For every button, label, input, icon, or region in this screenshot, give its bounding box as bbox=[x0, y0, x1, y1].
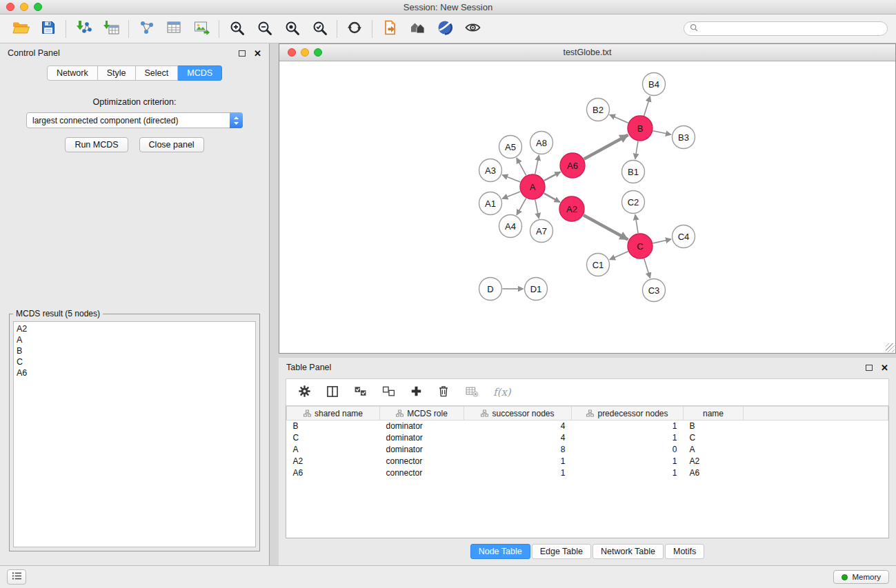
select-all-button[interactable] bbox=[353, 385, 368, 401]
trash-icon bbox=[437, 384, 450, 401]
close-panel-button[interactable]: Close panel bbox=[139, 137, 204, 152]
close-network-button[interactable] bbox=[288, 48, 296, 57]
network-canvas[interactable]: B4B2BB3A5A8A6B1A3AC2A1A2A4A7CC4C1C3DD1 bbox=[279, 61, 895, 353]
zoom-fit-button[interactable] bbox=[278, 17, 306, 41]
close-panel-button[interactable]: ✕ bbox=[254, 49, 261, 58]
memory-label: Memory bbox=[852, 573, 881, 581]
tab-network[interactable]: Network bbox=[47, 65, 98, 81]
close-table-panel-button[interactable]: ✕ bbox=[881, 363, 888, 372]
edge-A2-C[interactable] bbox=[584, 215, 628, 239]
column-header-name[interactable]: name bbox=[684, 407, 744, 420]
minimize-network-button[interactable] bbox=[301, 48, 309, 57]
application-window: Session: New Session bbox=[0, 0, 896, 588]
edge-A-A7[interactable] bbox=[535, 200, 539, 219]
mcds-result-item[interactable]: B bbox=[17, 345, 252, 356]
edge-C-C3[interactable] bbox=[644, 258, 650, 278]
home-icon bbox=[409, 19, 426, 38]
save-session-button[interactable] bbox=[34, 17, 62, 41]
close-window-button[interactable] bbox=[6, 3, 14, 11]
deselect-all-button[interactable] bbox=[381, 385, 396, 401]
zoom-network-button[interactable] bbox=[314, 48, 322, 57]
open-session-button[interactable] bbox=[7, 17, 34, 41]
table-row[interactable]: Bdominator41B bbox=[287, 420, 888, 432]
edge-A-A8[interactable] bbox=[535, 155, 539, 174]
tab-style[interactable]: Style bbox=[98, 65, 136, 81]
zoom-selected-button[interactable] bbox=[306, 17, 333, 41]
search-field[interactable] bbox=[684, 21, 888, 36]
import-table-icon bbox=[102, 19, 120, 38]
node-label-B4: B4 bbox=[648, 79, 659, 90]
zoom-window-button[interactable] bbox=[34, 3, 42, 11]
tab-mcds[interactable]: MCDS bbox=[178, 65, 222, 81]
diffusion-button[interactable] bbox=[431, 17, 459, 41]
edge-B-B4[interactable] bbox=[644, 97, 650, 116]
import-table-button[interactable] bbox=[97, 17, 125, 41]
minimize-window-button[interactable] bbox=[20, 3, 28, 11]
table-row[interactable]: Cdominator41C bbox=[287, 432, 888, 444]
cell-name: A6 bbox=[684, 467, 744, 479]
edge-A-A3[interactable] bbox=[502, 175, 520, 182]
home-button[interactable] bbox=[404, 17, 431, 41]
column-header-shared-name[interactable]: shared name bbox=[287, 407, 380, 420]
mcds-result-item[interactable]: A bbox=[17, 334, 252, 345]
float-panel-button[interactable] bbox=[239, 50, 246, 57]
export-image-button[interactable] bbox=[188, 17, 215, 41]
table-settings-button[interactable] bbox=[297, 384, 312, 401]
column-header-successor-nodes[interactable]: successor nodes bbox=[464, 407, 572, 420]
edge-A6-B[interactable] bbox=[584, 135, 628, 159]
mcds-result-item[interactable]: A2 bbox=[17, 323, 252, 334]
float-table-panel-button[interactable] bbox=[866, 365, 873, 371]
column-header-mcds-role[interactable]: MCDS role bbox=[380, 407, 464, 420]
edge-A-A5[interactable] bbox=[517, 158, 526, 175]
node-label-B3: B3 bbox=[678, 132, 689, 143]
new-table-button[interactable] bbox=[160, 17, 188, 41]
titlebar: Session: New Session bbox=[0, 0, 896, 14]
zoom-out-button[interactable] bbox=[250, 17, 278, 41]
column-header-predecessor-nodes[interactable]: predecessor nodes bbox=[572, 407, 684, 420]
tab-select[interactable]: Select bbox=[136, 65, 179, 81]
edge-C-C2[interactable] bbox=[635, 214, 638, 233]
delete-row-button[interactable] bbox=[437, 384, 450, 401]
table-row[interactable]: Adominator80A bbox=[287, 444, 888, 456]
node-table[interactable]: shared nameMCDS rolesuccessor nodesprede… bbox=[286, 406, 889, 538]
show-columns-button[interactable] bbox=[326, 385, 339, 401]
tab-edge-table[interactable]: Edge Table bbox=[532, 544, 591, 559]
tab-node-table[interactable]: Node Table bbox=[470, 544, 530, 559]
show-graphics-button[interactable] bbox=[459, 17, 486, 41]
function-builder-button[interactable]: f(x) bbox=[493, 386, 511, 398]
add-row-button[interactable] bbox=[410, 385, 423, 400]
tab-network-table[interactable]: Network Table bbox=[593, 544, 664, 559]
apply-layout-button[interactable] bbox=[341, 17, 368, 41]
delete-table-button[interactable] bbox=[464, 385, 479, 401]
new-network-button[interactable] bbox=[132, 17, 160, 41]
import-network-button[interactable] bbox=[70, 17, 97, 41]
memory-button[interactable]: Memory bbox=[833, 570, 889, 584]
node-label-D1: D1 bbox=[530, 284, 542, 294]
table-row[interactable]: A2connector11A2 bbox=[287, 456, 888, 467]
tab-motifs[interactable]: Motifs bbox=[665, 544, 704, 559]
edge-B-B3[interactable] bbox=[653, 131, 671, 135]
table-row[interactable]: A6connector11A6 bbox=[287, 467, 888, 479]
network-window-titlebar[interactable]: testGlobe.txt bbox=[279, 44, 895, 61]
edge-B-B2[interactable] bbox=[610, 115, 628, 123]
edge-C-C4[interactable] bbox=[653, 239, 671, 243]
search-input[interactable] bbox=[701, 24, 882, 34]
edge-A-A1[interactable] bbox=[502, 192, 520, 199]
network-graph: B4B2BB3A5A8A6B1A3AC2A1A2A4A7CC4C1C3DD1 bbox=[279, 61, 895, 353]
node-label-C3: C3 bbox=[648, 285, 660, 296]
network-window-title: testGlobe.txt bbox=[563, 48, 611, 57]
edge-A-A6[interactable] bbox=[544, 172, 561, 181]
mcds-result-item[interactable]: A6 bbox=[17, 367, 252, 378]
optimization-criterion-dropdown[interactable]: largest connected component (directed) bbox=[26, 112, 243, 128]
open-document-button[interactable] bbox=[376, 17, 404, 41]
edge-A-A2[interactable] bbox=[544, 193, 560, 202]
resize-grip[interactable] bbox=[886, 343, 895, 352]
edge-A-A4[interactable] bbox=[517, 199, 526, 215]
edge-C-C1[interactable] bbox=[610, 252, 628, 260]
mcds-result-item[interactable]: C bbox=[17, 356, 252, 367]
run-mcds-button[interactable]: Run MCDS bbox=[65, 137, 128, 152]
task-history-button[interactable] bbox=[7, 569, 26, 585]
edge-B-B1[interactable] bbox=[635, 141, 638, 159]
eye-icon bbox=[464, 19, 481, 38]
zoom-in-button[interactable] bbox=[223, 17, 250, 41]
